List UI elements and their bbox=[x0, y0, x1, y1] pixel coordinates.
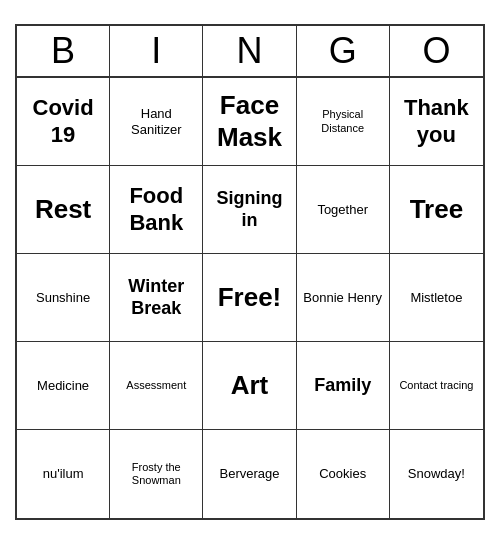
bingo-cell: Art bbox=[203, 342, 296, 430]
bingo-cell: Thank you bbox=[390, 78, 483, 166]
bingo-cell: Free! bbox=[203, 254, 296, 342]
bingo-cell: Frosty the Snowman bbox=[110, 430, 203, 518]
bingo-header: BINGO bbox=[17, 26, 483, 78]
bingo-cell: Berverage bbox=[203, 430, 296, 518]
bingo-cell: Family bbox=[297, 342, 390, 430]
bingo-cell: Snowday! bbox=[390, 430, 483, 518]
bingo-cell: Covid 19 bbox=[17, 78, 110, 166]
header-letter: G bbox=[297, 26, 390, 76]
bingo-grid: Covid 19Hand SanitizerFace MaskPhysical … bbox=[17, 78, 483, 518]
bingo-cell: Bonnie Henry bbox=[297, 254, 390, 342]
bingo-cell: Contact tracing bbox=[390, 342, 483, 430]
bingo-cell: Sunshine bbox=[17, 254, 110, 342]
bingo-cell: Food Bank bbox=[110, 166, 203, 254]
bingo-cell: Winter Break bbox=[110, 254, 203, 342]
header-letter: N bbox=[203, 26, 296, 76]
bingo-cell: Mistletoe bbox=[390, 254, 483, 342]
bingo-cell: Assessment bbox=[110, 342, 203, 430]
header-letter: O bbox=[390, 26, 483, 76]
bingo-cell: Hand Sanitizer bbox=[110, 78, 203, 166]
bingo-cell: Cookies bbox=[297, 430, 390, 518]
bingo-card: BINGO Covid 19Hand SanitizerFace MaskPhy… bbox=[15, 24, 485, 520]
bingo-cell: Physical Distance bbox=[297, 78, 390, 166]
bingo-cell: Together bbox=[297, 166, 390, 254]
bingo-cell: Tree bbox=[390, 166, 483, 254]
bingo-cell: Signing in bbox=[203, 166, 296, 254]
header-letter: I bbox=[110, 26, 203, 76]
bingo-cell: Medicine bbox=[17, 342, 110, 430]
header-letter: B bbox=[17, 26, 110, 76]
bingo-cell: nu'ilum bbox=[17, 430, 110, 518]
bingo-cell: Face Mask bbox=[203, 78, 296, 166]
bingo-cell: Rest bbox=[17, 166, 110, 254]
